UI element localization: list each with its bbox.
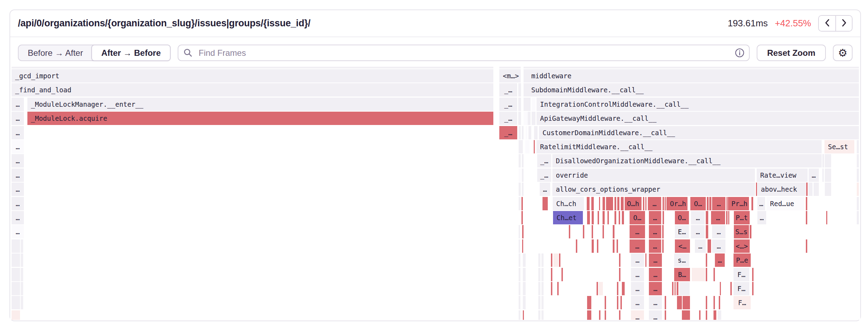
flamegraph-frame[interactable]: Ch…ch	[553, 197, 584, 210]
flamegraph-frame[interactable]	[524, 112, 528, 125]
flamegraph-frame[interactable]: _gcd_import	[12, 69, 493, 83]
flamegraph-frame[interactable]: …	[631, 310, 644, 320]
flamegraph-frame[interactable]	[522, 154, 524, 167]
flamegraph-frame[interactable]	[518, 98, 521, 111]
flamegraph-frame[interactable]: …	[540, 183, 550, 196]
flamegraph-frame[interactable]	[808, 183, 813, 196]
flamegraph-frame[interactable]	[621, 197, 624, 210]
flamegraph-frame[interactable]	[519, 239, 520, 253]
flamegraph-frame[interactable]: <…	[675, 239, 690, 253]
flamegraph-frame[interactable]: Ch…et	[553, 211, 583, 224]
flamegraph-frame[interactable]	[645, 253, 646, 267]
flamegraph-frame[interactable]	[857, 154, 859, 167]
flamegraph-frame[interactable]	[857, 140, 859, 153]
flamegraph-frame[interactable]: _…	[499, 98, 517, 111]
flamegraph-frame[interactable]	[522, 183, 524, 196]
flamegraph-frame[interactable]	[814, 183, 819, 196]
flamegraph-frame[interactable]: _…	[499, 126, 517, 139]
flamegraph-frame[interactable]	[672, 282, 673, 295]
flamegraph-frame[interactable]	[726, 197, 728, 210]
flamegraph-frame[interactable]	[592, 211, 594, 224]
flamegraph-frame[interactable]	[587, 310, 591, 320]
flamegraph-frame[interactable]	[720, 282, 721, 295]
flamegraph-frame[interactable]	[587, 296, 591, 309]
flamegraph-frame[interactable]	[599, 197, 600, 210]
flamegraph-frame[interactable]: …	[691, 211, 705, 224]
flamegraph-frame[interactable]	[645, 197, 646, 210]
flamegraph-frame[interactable]	[587, 211, 590, 224]
flamegraph-frame[interactable]	[706, 211, 708, 224]
flamegraph-frame[interactable]	[576, 239, 577, 253]
flamegraph-frame[interactable]	[751, 197, 753, 210]
flamegraph-frame[interactable]: B…	[674, 268, 690, 281]
flamegraph-frame[interactable]: _…	[499, 112, 517, 125]
flamegraph-frame[interactable]: …	[12, 98, 24, 111]
flamegraph-frame[interactable]	[706, 310, 707, 320]
flamegraph-frame[interactable]	[521, 211, 523, 224]
flamegraph-frame[interactable]	[603, 211, 605, 224]
flamegraph-frame[interactable]	[682, 310, 690, 320]
flamegraph-frame[interactable]	[541, 310, 544, 320]
flamegraph-frame[interactable]	[553, 253, 558, 267]
flamegraph-frame[interactable]	[12, 239, 20, 253]
flamegraph-frame[interactable]	[583, 225, 584, 238]
flamegraph-frame[interactable]	[551, 253, 552, 267]
flamegraph-frame[interactable]	[12, 282, 20, 295]
flamegraph-frame[interactable]	[714, 268, 715, 281]
flamegraph-frame[interactable]	[569, 225, 570, 238]
flamegraph-frame[interactable]	[857, 211, 859, 224]
flamegraph-frame[interactable]	[519, 296, 520, 309]
differential-flamegraph[interactable]: _gcd_import<m…>middleware_find_and_load_…	[10, 67, 860, 320]
flamegraph-frame[interactable]	[719, 296, 720, 309]
flamegraph-frame[interactable]	[528, 126, 531, 139]
flamegraph-frame[interactable]	[519, 268, 520, 281]
flamegraph-frame[interactable]	[557, 282, 559, 295]
flamegraph-frame[interactable]	[519, 197, 521, 210]
flamegraph-frame[interactable]	[528, 112, 531, 125]
flamegraph-frame[interactable]: Rate…view	[757, 169, 808, 182]
flamegraph-frame[interactable]	[728, 211, 729, 224]
flamegraph-frame[interactable]	[538, 296, 540, 309]
flamegraph-frame[interactable]: …	[631, 253, 644, 267]
flamegraph-frame[interactable]: DisallowedOrganizationMiddleware.__call_…	[552, 154, 822, 167]
flamegraph-frame[interactable]	[12, 67, 493, 68]
flamegraph-frame[interactable]	[519, 126, 521, 139]
flamegraph-frame[interactable]	[524, 67, 528, 68]
flamegraph-frame[interactable]: P…t	[734, 211, 750, 224]
flamegraph-frame[interactable]	[806, 211, 807, 224]
flamegraph-frame[interactable]	[538, 310, 540, 320]
flamegraph-frame[interactable]: …	[631, 296, 644, 309]
flamegraph-frame[interactable]	[663, 197, 664, 210]
flamegraph-frame[interactable]: …	[631, 268, 644, 281]
flamegraph-frame[interactable]: Or…h	[666, 197, 688, 210]
flamegraph-frame[interactable]: IntegrationControlMiddleware.__call__	[537, 98, 859, 111]
flamegraph-frame[interactable]: …	[12, 126, 24, 139]
flamegraph-frame[interactable]	[692, 268, 705, 281]
before-after-button[interactable]: Before → After	[19, 45, 92, 60]
flamegraph-frame[interactable]	[551, 282, 552, 295]
flamegraph-frame[interactable]	[605, 296, 606, 309]
flamegraph-frame[interactable]: O…h	[625, 197, 642, 210]
flamegraph-frame[interactable]: …	[649, 268, 662, 281]
flamegraph-frame[interactable]: …	[649, 253, 662, 267]
flamegraph-frame[interactable]: …	[691, 225, 705, 238]
reset-zoom-button[interactable]: Reset Zoom	[757, 45, 826, 61]
flamegraph-frame[interactable]	[519, 253, 520, 267]
flamegraph-frame[interactable]	[622, 282, 625, 295]
flamegraph-frame[interactable]: _…	[537, 169, 551, 182]
flamegraph-frame[interactable]	[822, 169, 824, 182]
flamegraph-frame[interactable]: …	[648, 197, 661, 210]
flamegraph-frame[interactable]	[499, 67, 521, 68]
flamegraph-frame[interactable]: E…	[675, 225, 689, 238]
flamegraph-frame[interactable]	[522, 169, 524, 182]
flamegraph-frame[interactable]	[591, 197, 594, 210]
flamegraph-frame[interactable]	[665, 310, 666, 320]
flamegraph-frame[interactable]: …	[631, 282, 644, 295]
info-icon[interactable]	[735, 48, 744, 59]
flamegraph-frame[interactable]	[597, 282, 598, 295]
flamegraph-frame[interactable]	[706, 296, 707, 309]
flamegraph-frame[interactable]: …	[649, 310, 662, 320]
find-frames-input[interactable]	[178, 45, 750, 61]
flamegraph-frame[interactable]: …	[630, 239, 645, 253]
flamegraph-frame[interactable]: <…>	[734, 239, 750, 253]
